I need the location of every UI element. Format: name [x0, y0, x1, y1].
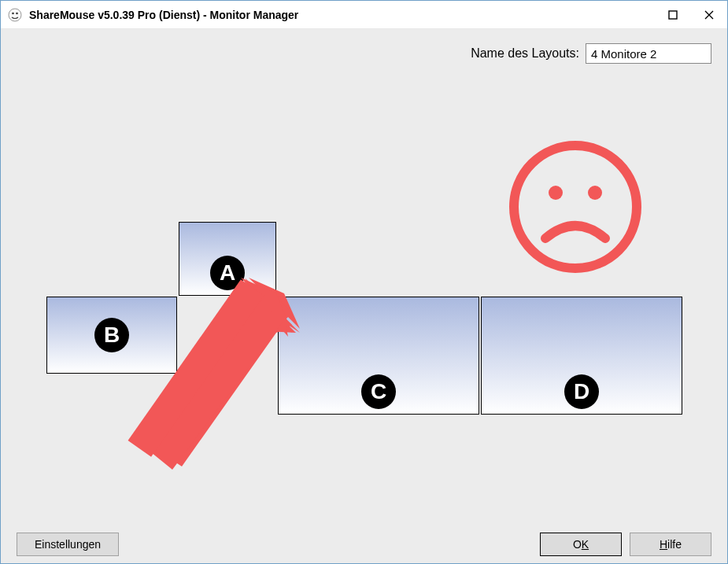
monitor-D[interactable]: D	[481, 297, 682, 415]
monitor-A[interactable]: A	[179, 222, 276, 296]
svg-point-5	[549, 186, 563, 200]
svg-rect-3	[669, 11, 677, 19]
svg-point-4	[514, 146, 637, 268]
footer: Einstellungen OK Hilfe	[1, 525, 727, 563]
client-area: Name des Layouts: A B C D	[1, 29, 727, 563]
close-button[interactable]	[691, 1, 727, 29]
monitor-label: B	[94, 318, 129, 352]
titlebar[interactable]: ShareMouse v5.0.39 Pro (Dienst) - Monito…	[1, 1, 727, 29]
button-label: OK	[573, 538, 589, 551]
svg-point-2	[16, 12, 18, 14]
window-title: ShareMouse v5.0.39 Pro (Dienst) - Monito…	[29, 9, 655, 21]
monitor-label: A	[210, 256, 245, 290]
layout-name-input[interactable]	[586, 43, 711, 64]
sad-face-icon	[504, 136, 646, 278]
window-frame: ShareMouse v5.0.39 Pro (Dienst) - Monito…	[0, 0, 728, 564]
layout-name-label: Name des Layouts:	[471, 46, 579, 61]
maximize-button[interactable]	[655, 1, 691, 29]
monitor-B[interactable]: B	[46, 297, 177, 374]
svg-point-1	[12, 12, 14, 14]
svg-point-6	[588, 186, 602, 200]
monitor-label: D	[564, 374, 599, 409]
help-button[interactable]: Hilfe	[630, 533, 711, 556]
button-label: Einstellungen	[35, 538, 101, 551]
monitor-label: C	[361, 374, 396, 409]
app-icon	[7, 7, 23, 23]
button-label: Hilfe	[660, 538, 682, 551]
ok-button[interactable]: OK	[540, 533, 622, 556]
svg-marker-7	[158, 293, 292, 466]
monitor-canvas[interactable]: A B C D	[1, 73, 727, 516]
settings-button[interactable]: Einstellungen	[17, 533, 119, 556]
layout-name-row: Name des Layouts:	[471, 43, 711, 64]
svg-point-0	[9, 9, 21, 21]
monitor-C[interactable]: C	[278, 297, 479, 415]
